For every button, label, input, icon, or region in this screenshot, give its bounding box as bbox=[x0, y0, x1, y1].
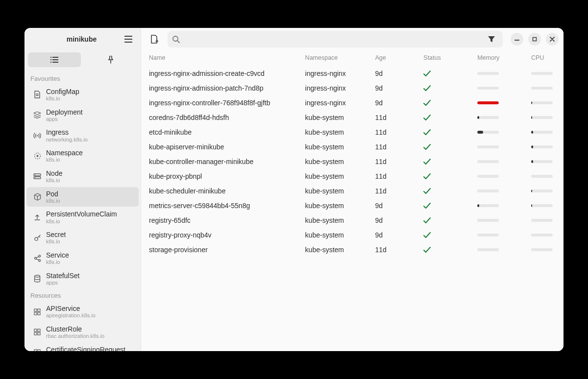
cell-status bbox=[419, 242, 473, 257]
sidebar-item-sublabel: k8s.io bbox=[46, 198, 60, 204]
sidebar-item-sublabel: k8s.io bbox=[46, 218, 117, 225]
close-button[interactable] bbox=[546, 33, 559, 46]
create-resource-button[interactable] bbox=[146, 31, 163, 47]
usage-bar bbox=[477, 101, 499, 104]
table-row[interactable]: kube-apiserver-minikubekube-system11d bbox=[145, 140, 560, 154]
sidebar-item-pod[interactable]: Podk8s.io bbox=[26, 187, 139, 207]
table-row[interactable]: kube-proxy-pbnplkube-system11d bbox=[145, 169, 560, 184]
usage-bar bbox=[531, 248, 553, 251]
cell-age: 11d bbox=[371, 154, 419, 169]
col-header-namespace[interactable]: Namespace bbox=[301, 50, 371, 66]
minimize-icon bbox=[514, 37, 519, 42]
cell-status bbox=[419, 125, 473, 140]
svg-rect-24 bbox=[34, 332, 37, 335]
cell-namespace: kube-system bbox=[301, 184, 371, 198]
cell-age: 11d bbox=[371, 169, 419, 184]
table-row[interactable]: kube-scheduler-minikubekube-system11d bbox=[145, 184, 560, 198]
svg-rect-25 bbox=[38, 332, 40, 335]
minimize-button[interactable] bbox=[511, 33, 523, 46]
check-icon bbox=[423, 71, 469, 77]
cell-memory bbox=[473, 140, 527, 154]
sidebar-item-statefulset[interactable]: StatefulSetapps bbox=[26, 269, 139, 289]
grid-icon bbox=[33, 308, 41, 316]
grid-icon bbox=[33, 349, 41, 351]
table-row[interactable]: kube-controller-manager-minikubekube-sys… bbox=[145, 154, 560, 169]
server-icon bbox=[33, 172, 41, 180]
search-bar[interactable] bbox=[168, 31, 503, 47]
svg-rect-31 bbox=[533, 38, 537, 41]
sidebar-item-persistentvolumeclaim[interactable]: PersistentVolumeClaimk8s.io bbox=[26, 207, 139, 227]
usage-bar bbox=[531, 175, 553, 178]
cell-name: registry-65dfc bbox=[145, 213, 301, 228]
sidebar-item-namespace[interactable]: Namespacek8s.io bbox=[26, 146, 139, 166]
list-view-toggle[interactable] bbox=[28, 52, 81, 67]
cell-name: ingress-nginx-admission-create-c9vcd bbox=[145, 66, 301, 81]
pin-view-toggle[interactable] bbox=[84, 52, 137, 67]
cell-status bbox=[419, 95, 473, 110]
table-row[interactable]: ingress-nginx-controller-768f948f8f-gjft… bbox=[145, 95, 560, 110]
svg-rect-22 bbox=[34, 329, 37, 332]
table-row[interactable]: storage-provisionerkube-system11d bbox=[145, 242, 560, 257]
sidebar-item-configmap[interactable]: ConfigMapk8s.io bbox=[26, 85, 139, 105]
col-header-cpu[interactable]: CPU bbox=[527, 50, 560, 66]
filter-icon bbox=[488, 36, 495, 43]
cell-name: coredns-7db6d8ff4d-hdsfh bbox=[145, 110, 301, 125]
maximize-button[interactable] bbox=[528, 33, 541, 46]
sidebar-item-secret[interactable]: Secretk8s.io bbox=[26, 228, 139, 248]
svg-point-15 bbox=[38, 255, 40, 257]
cell-cpu bbox=[527, 95, 560, 110]
cell-memory bbox=[473, 125, 527, 140]
cell-namespace: kube-system bbox=[301, 110, 371, 125]
check-icon bbox=[423, 159, 469, 165]
table-row[interactable]: ingress-nginx-admission-create-c9vcdingr… bbox=[145, 66, 560, 81]
table-row[interactable]: registry-65dfckube-system9d bbox=[145, 213, 560, 228]
cell-name: kube-scheduler-minikube bbox=[145, 184, 301, 198]
cell-cpu bbox=[527, 169, 560, 184]
cell-status bbox=[419, 154, 473, 169]
usage-bar bbox=[477, 72, 499, 75]
sidebar-item-sublabel: k8s.io bbox=[46, 157, 83, 163]
sidebar-item-node[interactable]: Nodek8s.io bbox=[26, 166, 139, 187]
table-row[interactable]: ingress-nginx-admission-patch-7nd8pingre… bbox=[145, 81, 560, 95]
maximize-icon bbox=[532, 37, 537, 42]
cell-status bbox=[419, 228, 473, 242]
filter-button[interactable] bbox=[485, 33, 498, 46]
cell-memory bbox=[473, 184, 527, 198]
sidebar-item-apiservice[interactable]: APIServiceapiregistration.k8s.io bbox=[26, 302, 139, 322]
sidebar-item-ingress[interactable]: Ingressnetworking.k8s.io bbox=[26, 125, 139, 145]
cell-age: 11d bbox=[371, 184, 419, 198]
check-icon bbox=[423, 100, 469, 106]
table-row[interactable]: registry-proxy-nqb4vkube-system9d bbox=[145, 228, 560, 242]
section-label: Resources bbox=[24, 289, 141, 301]
sidebar-item-certificatesigningrequest[interactable]: CertificateSigningRequestcertificates.k8… bbox=[26, 343, 139, 351]
sidebar-item-clusterrole[interactable]: ClusterRolerbac.authorization.k8s.io bbox=[26, 322, 139, 342]
menu-button[interactable] bbox=[120, 31, 137, 47]
col-header-name[interactable]: Name bbox=[145, 50, 301, 66]
cell-namespace: kube-system bbox=[301, 213, 371, 228]
cell-status bbox=[419, 110, 473, 125]
cell-age: 9d bbox=[371, 66, 419, 81]
usage-bar bbox=[531, 190, 553, 192]
svg-rect-1 bbox=[52, 57, 58, 58]
search-input[interactable] bbox=[184, 35, 481, 43]
table-row[interactable]: coredns-7db6d8ff4d-hdsfhkube-system11d bbox=[145, 110, 560, 125]
svg-point-8 bbox=[36, 155, 38, 157]
usage-bar bbox=[477, 219, 499, 222]
table-container: Name Namespace Age Status Memory CPU ing… bbox=[141, 50, 564, 351]
sidebar: minikube FavouritesConfigMapk8s.ioDeploy… bbox=[24, 28, 141, 351]
table-row[interactable]: metrics-server-c59844bb4-55n8gkube-syste… bbox=[145, 198, 560, 213]
sidebar-item-service[interactable]: Servicek8s.io bbox=[26, 248, 139, 268]
check-icon bbox=[423, 85, 469, 92]
sidebar-item-deployment[interactable]: Deploymentapps bbox=[26, 105, 139, 125]
sidebar-item-sublabel: apps bbox=[46, 280, 80, 286]
sidebar-item-sublabel: k8s.io bbox=[46, 177, 62, 184]
table-row[interactable]: etcd-minikubekube-system11d bbox=[145, 125, 560, 140]
usage-bar bbox=[477, 145, 499, 148]
cell-memory bbox=[473, 169, 527, 184]
col-header-age[interactable]: Age bbox=[371, 50, 419, 66]
col-header-status[interactable]: Status bbox=[419, 50, 473, 66]
sidebar-item-sublabel: k8s.io bbox=[46, 95, 79, 102]
col-header-memory[interactable]: Memory bbox=[473, 50, 527, 66]
svg-point-11 bbox=[35, 174, 36, 175]
sidebar-item-sublabel: apps bbox=[46, 116, 83, 122]
